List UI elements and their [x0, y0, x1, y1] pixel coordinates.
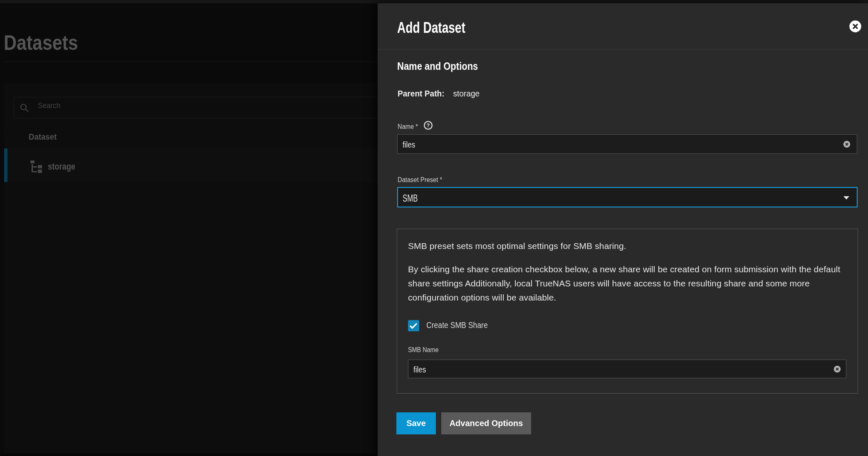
svg-text:?: ?: [427, 122, 430, 128]
